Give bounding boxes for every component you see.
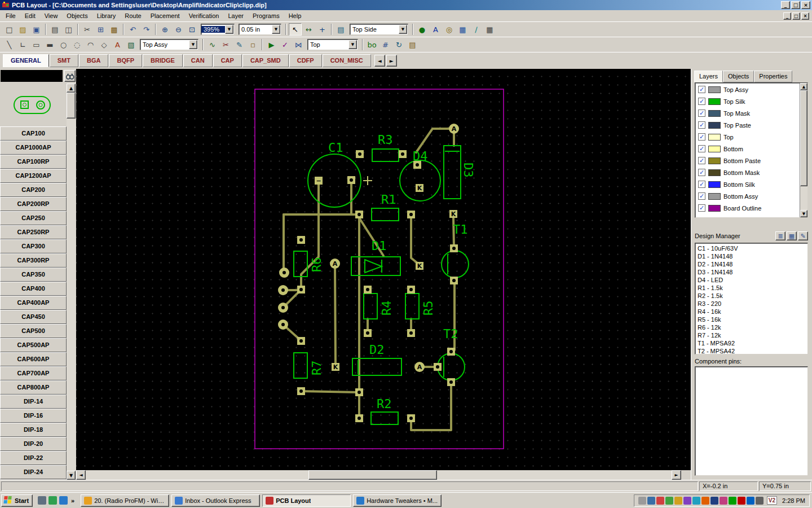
task-button[interactable]: Hardware Tweakers • M... (353, 494, 442, 507)
layer-row[interactable]: ✓Top Assy (696, 84, 800, 95)
pad-icon[interactable]: ● (416, 23, 429, 36)
component-item[interactable]: CAP500 (0, 324, 67, 338)
silk-label[interactable]: D2 (369, 343, 385, 357)
start-button[interactable]: Start (1, 494, 33, 507)
silk-label[interactable]: R2 (377, 397, 392, 411)
dm-component[interactable]: C1 - 10uF/63V (698, 244, 807, 252)
pcb-canvas[interactable]: −KAKAKKAC1R3D4D3R1D1R6T1R4R5D2R7T2R2 ◄ ► (76, 69, 691, 480)
component-item[interactable]: CAP600AP (0, 352, 67, 366)
arc-icon[interactable]: ◠ (84, 38, 97, 51)
zoom-in-icon[interactable]: ⊕ (158, 23, 171, 36)
dm-component[interactable]: R2 - 1.5k (698, 292, 807, 300)
text-style-icon[interactable]: A (429, 23, 442, 36)
tab-can[interactable]: CAN (183, 54, 213, 67)
layer-checkbox[interactable]: ✓ (698, 192, 705, 200)
dm-component[interactable]: R6 - 12k (698, 323, 807, 331)
layer-row[interactable]: ✓Bottom Assy (696, 190, 800, 202)
redo-icon[interactable]: ↷ (140, 23, 153, 36)
component-item[interactable]: CAP450 (0, 310, 67, 324)
component-item[interactable]: CAP400 (0, 282, 67, 296)
properties-icon[interactable]: ▤ (406, 38, 419, 51)
layer-checkbox[interactable]: ✓ (698, 145, 705, 152)
dm-table-icon[interactable]: ▦ (787, 231, 797, 240)
layer-pairs-icon[interactable]: ▤ (334, 23, 347, 36)
dm-component[interactable]: D2 - 1N4148 (698, 260, 807, 268)
table-icon[interactable]: ▦ (483, 23, 496, 36)
scrollbar-thumb[interactable] (308, 470, 438, 480)
measure-icon[interactable]: ∕ (470, 23, 483, 36)
layer-checkbox[interactable]: ✓ (698, 157, 705, 164)
tray-badge[interactable]: V2 (767, 496, 777, 505)
layer-checkbox[interactable]: ✓ (698, 204, 705, 212)
route-layer-combo[interactable]: Top▼ (307, 39, 358, 50)
line-icon[interactable]: ╲ (3, 38, 16, 51)
layer-row[interactable]: ✓Board Outline (696, 202, 800, 214)
task-button[interactable]: Inbox - Outlook Express (171, 494, 260, 507)
component-item[interactable]: CAP300 (0, 239, 67, 253)
dm-component[interactable]: R5 - 16k (698, 316, 807, 323)
scrollbar-thumb[interactable] (67, 93, 76, 119)
pan-icon[interactable]: ↔ (302, 23, 315, 36)
tab-objects[interactable]: Objects (723, 71, 754, 82)
drc-icon[interactable]: ✓ (279, 38, 292, 51)
silk-label[interactable]: R1 (381, 192, 396, 207)
polygon-icon[interactable]: ◇ (98, 38, 111, 51)
save-icon[interactable]: ▣ (30, 23, 43, 36)
layer-row[interactable]: ✓Bottom Mask (696, 167, 800, 178)
mdi-minimize-button[interactable]: _ (783, 12, 791, 20)
maximize-button[interactable]: □ (791, 1, 800, 9)
tray-icon-5[interactable] (674, 497, 682, 505)
route-icon[interactable]: ∿ (206, 38, 219, 51)
launch-keyboard-icon[interactable] (38, 496, 46, 505)
silk-label[interactable]: R3 (378, 133, 393, 147)
task-button[interactable]: 20. (Radio ProFM) - Win... (81, 494, 169, 507)
silk-label[interactable]: T2 (443, 327, 458, 341)
ratsnest-icon[interactable]: ⋈ (292, 38, 305, 51)
cut-icon[interactable]: ✂ (81, 23, 94, 36)
close-button[interactable]: × (801, 1, 810, 9)
tray-icon-6[interactable] (683, 497, 691, 505)
side-combo[interactable]: Top Side▼ (350, 24, 408, 35)
dm-component[interactable]: T1 - MPSA92 (698, 339, 807, 347)
chevron-down-icon[interactable]: ▼ (399, 25, 407, 34)
component-item[interactable]: DIP-18 (0, 423, 67, 437)
dm-component[interactable]: R1 - 1.5k (698, 284, 807, 292)
layer-row[interactable]: ✓Bottom Silk (696, 178, 800, 190)
menu-view[interactable]: View (40, 11, 63, 21)
component-item[interactable]: CAP250RP (0, 225, 67, 239)
pointer-icon[interactable]: ↖ (289, 23, 302, 36)
crosshair-icon[interactable]: + (316, 23, 329, 36)
component-outline[interactable] (438, 353, 465, 380)
silk-label[interactable]: D3 (461, 163, 475, 178)
quick-launch-overflow-chevron[interactable]: » (70, 497, 76, 504)
polyline-icon[interactable]: ∟ (16, 38, 29, 51)
new-file-icon[interactable]: □ (3, 23, 16, 36)
run-autoroute-icon[interactable]: ▶ (265, 38, 278, 51)
menu-verification[interactable]: Verification (184, 11, 224, 21)
scroll-right-icon[interactable]: ► (672, 470, 681, 480)
dm-component[interactable]: T2 - MPSA42 (698, 347, 807, 354)
component-outline[interactable] (372, 208, 399, 221)
silk-label[interactable]: R6 (310, 257, 324, 273)
scrollbar-track[interactable] (86, 470, 672, 480)
zoom-out-icon[interactable]: ⊖ (172, 23, 185, 36)
find-component-button[interactable] (64, 70, 76, 82)
silk-label[interactable]: R4 (379, 301, 394, 316)
silk-label[interactable]: D4 (413, 149, 428, 163)
menu-file[interactable]: File (1, 11, 20, 21)
copper-pour-icon[interactable]: ▦ (456, 23, 469, 36)
dm-component[interactable]: R3 - 220 (698, 300, 807, 308)
component-item[interactable]: CAP1000AP (0, 141, 67, 155)
tab-con_misc[interactable]: CON_MISC (323, 54, 371, 67)
menu-objects[interactable]: Objects (62, 11, 92, 21)
print-icon[interactable]: ▤ (48, 23, 61, 36)
copper-trace[interactable] (301, 391, 358, 392)
layer-row[interactable]: ✓Top Paste (696, 119, 800, 131)
dm-component[interactable]: R4 - 16k (698, 308, 807, 316)
tray-icon-10[interactable] (720, 497, 727, 505)
layer-checkbox[interactable]: ✓ (698, 110, 705, 117)
scroll-up-icon[interactable]: ▲ (800, 83, 807, 90)
tab-smt[interactable]: SMT (50, 54, 78, 67)
layer-row[interactable]: ✓Bottom (696, 143, 800, 155)
grid-combo[interactable]: 0.05 in▼ (239, 24, 281, 35)
